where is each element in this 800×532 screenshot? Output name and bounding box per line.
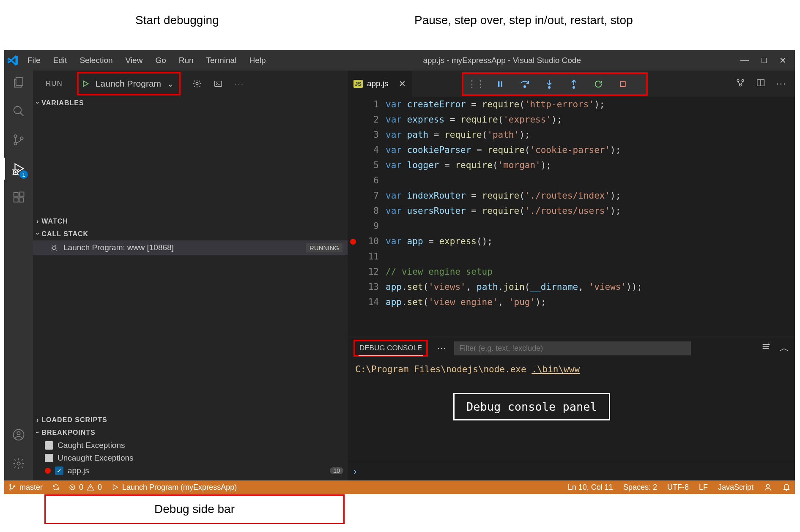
svg-point-11 — [17, 432, 20, 435]
menu-view[interactable]: View — [119, 56, 149, 65]
status-spaces[interactable]: Spaces: 2 — [623, 483, 657, 492]
activity-explorer[interactable] — [10, 74, 27, 91]
svg-point-1 — [14, 106, 22, 114]
compare-icon[interactable] — [736, 78, 745, 89]
chevron-down-icon: ⌄ — [167, 79, 174, 89]
activity-search[interactable] — [10, 103, 27, 120]
menu-edit[interactable]: Edit — [47, 56, 74, 65]
menu-help[interactable]: Help — [243, 56, 272, 65]
menu-run[interactable]: Run — [173, 56, 200, 65]
svg-rect-14 — [215, 81, 222, 87]
grip-icon[interactable]: ⋮⋮ — [470, 79, 481, 90]
status-debug-target[interactable]: Launch Program (myExpressApp) — [111, 483, 237, 492]
feedback-icon[interactable] — [764, 483, 772, 492]
launch-config-label: Launch Program — [96, 79, 161, 89]
maximize-button[interactable]: □ — [762, 55, 767, 65]
annotation-start-debugging: Start debugging — [135, 14, 219, 27]
tab-appjs[interactable]: JS app.js ✕ — [348, 71, 412, 97]
more-icon[interactable]: ··· — [776, 78, 786, 89]
more-icon[interactable]: ··· — [235, 79, 244, 88]
svg-point-18 — [524, 86, 526, 87]
tab-debug-console[interactable]: DEBUG CONSOLE — [353, 340, 428, 357]
restart-icon[interactable] — [593, 79, 604, 89]
checkbox-icon[interactable] — [45, 441, 53, 450]
svg-point-4 — [20, 137, 23, 139]
clear-console-icon[interactable] — [761, 342, 770, 355]
code-content[interactable]: var createError = require('http-errors')… — [386, 97, 795, 337]
status-ln-col[interactable]: Ln 10, Col 11 — [568, 483, 613, 492]
bp-caught-exceptions[interactable]: Caught Exceptions — [33, 439, 348, 452]
svg-point-30 — [767, 484, 770, 487]
gear-icon[interactable] — [192, 79, 202, 88]
activity-source-control[interactable] — [10, 131, 27, 148]
sidebar-title: RUN — [46, 79, 63, 88]
console-filter-input[interactable] — [454, 341, 691, 355]
section-callstack[interactable]: ›CALL STACK — [33, 228, 348, 240]
debug-toolbar[interactable]: ⋮⋮ — [462, 72, 648, 96]
svg-point-19 — [548, 87, 550, 88]
more-icon[interactable]: ··· — [437, 344, 447, 353]
svg-rect-0 — [16, 78, 23, 86]
svg-point-26 — [10, 484, 11, 486]
debug-console-icon[interactable] — [214, 79, 223, 88]
checkbox-icon[interactable] — [45, 454, 53, 462]
checkbox-checked-icon[interactable]: ✓ — [55, 467, 63, 475]
activity-extensions[interactable] — [10, 189, 27, 206]
activity-settings[interactable] — [10, 455, 27, 472]
code-editor[interactable]: 1234567891011121314 var createError = re… — [348, 97, 795, 337]
step-into-icon[interactable] — [544, 79, 555, 89]
section-breakpoints[interactable]: ›BREAKPOINTS — [33, 426, 348, 439]
bp-uncaught-exceptions[interactable]: Uncaught Exceptions — [33, 452, 348, 464]
split-editor-icon[interactable] — [756, 78, 765, 89]
line-gutter: 1234567891011121314 — [348, 97, 386, 337]
bug-icon — [50, 243, 58, 252]
status-encoding[interactable]: UTF-8 — [667, 483, 689, 492]
chevron-up-icon[interactable]: ︿ — [780, 342, 789, 355]
svg-point-12 — [17, 462, 20, 465]
section-variables[interactable]: ›VARIABLES — [33, 97, 348, 109]
callstack-status: RUNNING — [306, 243, 342, 252]
menu-terminal[interactable]: Terminal — [200, 56, 243, 65]
status-language[interactable]: JavaScript — [718, 483, 753, 492]
menu-selection[interactable]: Selection — [73, 56, 119, 65]
minimize-button[interactable]: — — [740, 55, 749, 65]
stop-icon[interactable] — [617, 80, 628, 88]
status-sync[interactable] — [52, 483, 60, 491]
activity-run-debug[interactable]: 1 — [10, 160, 27, 177]
activity-accounts[interactable] — [10, 426, 27, 443]
status-problems[interactable]: 0 0 — [69, 483, 102, 492]
pause-icon[interactable] — [495, 80, 506, 88]
editor-actions: ··· — [736, 78, 791, 89]
svg-point-13 — [196, 82, 198, 85]
console-link[interactable]: .\bin\www — [532, 364, 580, 374]
svg-point-22 — [737, 79, 739, 82]
launch-config-selector[interactable]: Launch Program ⌄ — [77, 72, 181, 95]
step-out-icon[interactable] — [568, 79, 579, 89]
svg-rect-9 — [20, 192, 24, 196]
vscode-window: File Edit Selection View Go Run Terminal… — [4, 50, 795, 494]
window-title: app.js - myExpressApp - Visual Studio Co… — [272, 56, 732, 65]
vscode-logo-icon — [4, 55, 21, 66]
close-button[interactable]: ✕ — [779, 55, 786, 65]
menu-go[interactable]: Go — [149, 56, 172, 65]
console-prompt[interactable]: › — [348, 462, 795, 480]
tab-label: app.js — [367, 79, 389, 88]
bp-file-appjs[interactable]: ✓ app.js 10 — [33, 464, 348, 477]
callstack-item[interactable]: Launch Program: www [10868] RUNNING — [33, 240, 348, 255]
section-watch[interactable]: ›WATCH — [33, 215, 348, 228]
svg-rect-21 — [620, 82, 625, 87]
bp-line-badge: 10 — [330, 467, 343, 474]
section-loaded-scripts[interactable]: ›LOADED SCRIPTS — [33, 414, 348, 426]
annotation-debug-sidebar: Debug side bar — [154, 502, 235, 516]
editor-group: JS app.js ✕ ⋮⋮ ··· — [348, 71, 795, 480]
svg-rect-17 — [501, 81, 502, 87]
step-over-icon[interactable] — [519, 80, 530, 88]
bell-icon[interactable] — [782, 483, 791, 492]
status-branch[interactable]: master — [8, 483, 43, 492]
console-output[interactable]: C:\Program Files\nodejs\node.exe .\bin\w… — [348, 359, 795, 462]
status-eol[interactable]: LF — [699, 483, 708, 492]
close-icon[interactable]: ✕ — [399, 79, 406, 89]
svg-rect-6 — [14, 193, 18, 197]
play-icon — [81, 79, 90, 88]
menu-file[interactable]: File — [21, 56, 47, 65]
